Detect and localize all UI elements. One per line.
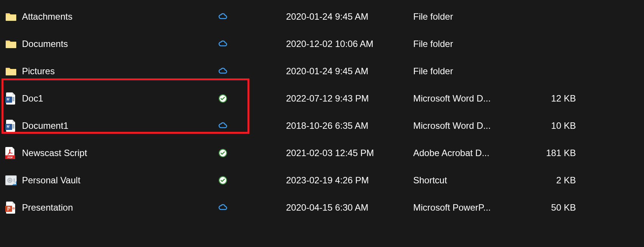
cloud-status-icon — [218, 203, 228, 213]
sync-status — [218, 203, 286, 213]
file-type-icon — [5, 92, 22, 105]
pdf-file-icon: PDF — [5, 147, 15, 159]
vault-icon — [5, 175, 17, 185]
sync-status — [218, 148, 286, 158]
file-type-icon: PDF — [5, 147, 22, 159]
file-list: Attachments 2020-01-24 9:45 AMFile folde… — [0, 0, 644, 221]
file-row[interactable]: Personal Vault 2023-02-19 4:26 PMShortcu… — [0, 167, 644, 194]
file-size: 181 KB — [519, 148, 580, 158]
file-type: Shortcut — [413, 175, 519, 186]
file-type: File folder — [413, 39, 519, 49]
file-row[interactable]: Document1 2018-10-26 6:35 AMMicrosoft Wo… — [0, 112, 644, 139]
file-row[interactable]: Documents 2020-12-02 10:06 AMFile folder — [0, 30, 644, 58]
file-row[interactable]: Attachments 2020-01-24 9:45 AMFile folde… — [0, 3, 644, 30]
file-date: 2023-02-19 4:26 PM — [286, 175, 413, 186]
folder-icon — [5, 38, 17, 50]
file-type-icon — [5, 202, 22, 214]
svg-point-25 — [12, 207, 15, 209]
word-file-icon — [5, 92, 15, 105]
file-type-icon — [5, 38, 22, 50]
file-name: Personal Vault — [22, 175, 218, 186]
file-type: File folder — [413, 11, 519, 22]
cloud-status-icon — [218, 12, 228, 22]
word-file-icon — [5, 120, 15, 132]
file-type: Microsoft Word D... — [413, 120, 519, 131]
file-size: 12 KB — [519, 93, 580, 104]
file-type: File folder — [413, 66, 519, 77]
file-size: 2 KB — [519, 175, 580, 186]
sync-status — [218, 121, 286, 131]
sync-status — [218, 66, 286, 76]
file-type-icon — [5, 175, 22, 185]
folder-icon — [5, 11, 17, 22]
file-size: 50 KB — [519, 202, 580, 213]
file-name: Documents — [22, 39, 218, 49]
synced-status-icon — [218, 94, 228, 103]
sync-status — [218, 39, 286, 49]
powerpoint-file-icon — [5, 202, 15, 214]
file-type-icon — [5, 11, 22, 22]
file-name: Newscast Script — [22, 148, 218, 158]
file-type: Microsoft Word D... — [413, 93, 519, 104]
file-name: Document1 — [22, 120, 218, 131]
file-row[interactable]: Doc1 2022-07-12 9:43 PMMicrosoft Word D.… — [0, 85, 644, 112]
file-name: Presentation — [22, 202, 218, 213]
file-row[interactable]: PDF Newscast Script 2021-02-03 12:45 PMA… — [0, 139, 644, 167]
synced-status-icon — [218, 148, 228, 158]
svg-point-18 — [9, 180, 11, 181]
file-date: 2020-12-02 10:06 AM — [286, 39, 413, 49]
sync-status — [218, 175, 286, 185]
file-date: 2020-04-15 6:30 AM — [286, 202, 413, 213]
file-date: 2022-07-12 9:43 PM — [286, 93, 413, 104]
svg-text:PDF: PDF — [8, 156, 13, 159]
file-date: 2020-01-24 9:45 AM — [286, 11, 413, 22]
sync-status — [218, 94, 286, 103]
file-type: Adobe Acrobat D... — [413, 148, 519, 158]
svg-rect-19 — [14, 178, 15, 182]
file-type-icon — [5, 120, 22, 132]
file-name: Attachments — [22, 11, 218, 22]
file-date: 2018-10-26 6:35 AM — [286, 120, 413, 131]
file-row[interactable]: Pictures 2020-01-24 9:45 AMFile folder — [0, 58, 644, 85]
file-size: 10 KB — [519, 120, 580, 131]
file-type: Microsoft PowerP... — [413, 202, 519, 213]
folder-icon — [5, 66, 17, 77]
file-type-icon — [5, 66, 22, 77]
file-name: Pictures — [22, 66, 218, 77]
synced-status-icon — [218, 175, 228, 185]
file-name: Doc1 — [22, 93, 218, 104]
file-date: 2020-01-24 9:45 AM — [286, 66, 413, 77]
cloud-status-icon — [218, 39, 228, 49]
cloud-status-icon — [218, 66, 228, 76]
sync-status — [218, 12, 286, 22]
file-date: 2021-02-03 12:45 PM — [286, 148, 413, 158]
cloud-status-icon — [218, 121, 228, 131]
file-row[interactable]: Presentation 2020-04-15 6:30 AMMicrosoft… — [0, 194, 644, 221]
